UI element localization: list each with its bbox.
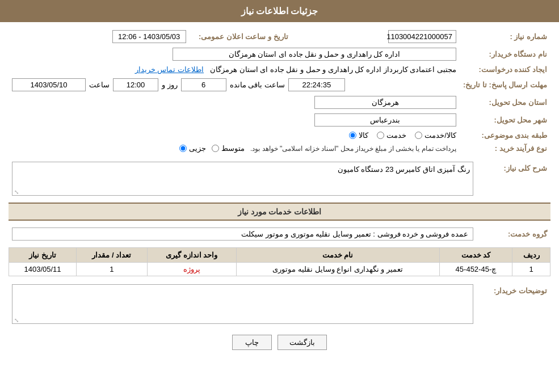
creator-value: مجتبی اعتمادی کاربرداز اداره کل راهداری … — [210, 65, 456, 74]
creator-label: ایجاد کننده درخواست: — [460, 63, 550, 76]
row-description: شرح کلی نیاز: رنگ آمیزی اتاق کامیرس 23 د… — [9, 159, 550, 198]
page-header: جزئیات اطلاعات نیاز — [0, 0, 559, 22]
row-buyer-org: نام دستگاه خریدار: اداره کل راهداری و حم… — [9, 45, 550, 63]
table-cell: 1 — [77, 263, 148, 276]
buyer-notes-box[interactable] — [12, 284, 473, 324]
need-number-value: 1103004221000057 — [388, 30, 456, 43]
page-wrapper: جزئیات اطلاعات نیاز شماره نیاز : 1103004… — [0, 0, 559, 392]
row-deadline: مهلت ارسال پاسخ: تا تاریخ: 22:24:35 ساعت… — [9, 76, 550, 94]
buyer-notes-resize-icon: ⤡ — [13, 317, 19, 323]
announcement-date-value: 1403/05/03 - 12:06 — [112, 30, 186, 43]
services-table-head: ردیف کد خدمت نام خدمت واحد اندازه گیری ت… — [9, 248, 550, 263]
description-value-cell: رنگ آمیزی اتاق کامیرس 23 دستگاه کامیون ⤡ — [9, 159, 477, 198]
row-category: طبقه بندی موضوعی: کالا/خدمت خدمت کالا — [9, 129, 550, 142]
services-table-header-row: ردیف کد خدمت نام خدمت واحد اندازه گیری ت… — [9, 248, 550, 263]
description-box[interactable]: رنگ آمیزی اتاق کامیرس 23 دستگاه کامیون — [12, 162, 473, 196]
service-group-label: گروه خدمت: — [477, 225, 550, 243]
province-label: استان محل تحویل: — [460, 94, 550, 111]
category-option-kala-khedmat[interactable]: کالا/خدمت — [415, 131, 456, 140]
buyer-org-label: نام دستگاه خریدار: — [460, 45, 550, 63]
buyer-notes-label: توضیحات خریدار: — [477, 282, 550, 326]
deadline-time: 12:00 — [113, 78, 158, 91]
purchase-type-label: نوع فرآیند خرید : — [460, 142, 550, 155]
category-khedmat-label: خدمت — [386, 131, 406, 140]
deadline-time-label: ساعت — [89, 81, 110, 89]
contact-link[interactable]: اطلاعات تماس خریدار — [135, 65, 204, 74]
category-label: طبقه بندی موضوعی: — [460, 129, 550, 142]
services-section-title: اطلاعات خدمات مورد نیاز — [9, 203, 550, 221]
category-kala-khedmat-label: کالا/خدمت — [424, 131, 456, 140]
row-need-number: شماره نیاز : 1103004221000057 تاریخ و سا… — [9, 28, 550, 45]
purchase-medium-label: متوسط — [221, 144, 245, 153]
deadline-remaining-label: ساعت باقی مانده — [230, 81, 285, 89]
deadline-day-label: روز و — [162, 81, 178, 89]
purchase-option-partial[interactable]: جزیی — [179, 144, 206, 153]
row-province: استان محل تحویل: هرمزگان — [9, 94, 550, 111]
row-buyer-notes: توضیحات خریدار: ⤡ — [9, 282, 550, 326]
description-container: رنگ آمیزی اتاق کامیرس 23 دستگاه کامیون ⤡ — [12, 162, 473, 196]
services-table-body: 1چ-45-452-45تعمیر و نگهداری انواع وسایل … — [9, 263, 550, 276]
category-option-kala[interactable]: کالا — [349, 131, 368, 140]
table-cell: تعمیر و نگهداری انواع وسایل نقلیه موتوری — [236, 263, 439, 276]
purchase-note: پرداخت تمام یا بخشی از مبلغ خریداز محل "… — [250, 145, 456, 153]
col-date: تاریخ نیاز — [9, 248, 77, 263]
category-radio-group: کالا/خدمت خدمت کالا — [12, 131, 456, 140]
announcement-date-label: تاریخ و ساعت اعلان عمومی: — [190, 28, 292, 45]
services-data-table: ردیف کد خدمت نام خدمت واحد اندازه گیری ت… — [9, 247, 550, 276]
need-number-value-cell: 1103004221000057 — [292, 28, 460, 45]
category-option-khedmat[interactable]: خدمت — [377, 131, 406, 140]
need-number-label: شماره نیاز : — [460, 28, 550, 45]
city-value-cell: بندرعباس — [9, 111, 460, 129]
table-cell: پروژه — [147, 263, 236, 276]
deadline-label: مهلت ارسال پاسخ: تا تاریخ: — [460, 76, 550, 94]
category-radio-kala-khedmat[interactable] — [415, 132, 422, 139]
print-button[interactable]: چاپ — [232, 335, 272, 350]
purchase-radio-partial[interactable] — [179, 145, 187, 152]
city-value: بندرعباس — [314, 113, 456, 127]
province-value: هرمزگان — [314, 96, 456, 109]
col-quantity: تعداد / مقدار — [77, 248, 148, 263]
purchase-partial-label: جزیی — [189, 144, 206, 153]
announcement-date-value-cell: 1403/05/03 - 12:06 — [9, 28, 190, 45]
buyer-org-value: اداره کل راهداری و حمل و نقل جاده ای است… — [173, 48, 456, 61]
col-unit: واحد اندازه گیری — [147, 248, 236, 263]
purchase-radio-medium[interactable] — [212, 145, 219, 152]
service-group-value-cell: عمده فروشی و خرده فروشی : تعمیر وسایل نق… — [9, 225, 477, 243]
deadline-days: 6 — [181, 78, 226, 91]
info-table: شماره نیاز : 1103004221000057 تاریخ و سا… — [9, 28, 550, 155]
col-service-name: نام خدمت — [236, 248, 439, 263]
description-label: شرح کلی نیاز: — [477, 159, 550, 198]
table-cell: 1 — [512, 263, 550, 276]
row-service-group: گروه خدمت: عمده فروشی و خرده فروشی : تعم… — [9, 225, 550, 243]
service-group-table: گروه خدمت: عمده فروشی و خرده فروشی : تعم… — [9, 225, 550, 243]
creator-value-cell: مجتبی اعتمادی کاربرداز اداره کل راهداری … — [9, 63, 460, 76]
category-radio-kala[interactable] — [349, 132, 356, 139]
description-table: شرح کلی نیاز: رنگ آمیزی اتاق کامیرس 23 د… — [9, 159, 550, 198]
province-value-cell: هرمزگان — [9, 94, 460, 111]
header-title: جزئیات اطلاعات نیاز — [241, 6, 318, 16]
buyer-notes-container: ⤡ — [12, 284, 473, 324]
category-radio-khedmat[interactable] — [377, 132, 384, 139]
row-purchase-type: نوع فرآیند خرید : پرداخت تمام یا بخشی از… — [9, 142, 550, 155]
category-kala-label: کالا — [359, 131, 368, 140]
city-label: شهر محل تحویل: — [460, 111, 550, 129]
row-city: شهر محل تحویل: بندرعباس — [9, 111, 550, 129]
service-group-value: عمده فروشی و خرده فروشی : تعمیر وسایل نق… — [12, 227, 473, 241]
table-cell: 1403/05/11 — [9, 263, 77, 276]
buyer-notes-value-cell: ⤡ — [9, 282, 477, 326]
category-value-cell: کالا/خدمت خدمت کالا — [9, 129, 460, 142]
col-service-code: کد خدمت — [439, 248, 512, 263]
purchase-option-medium[interactable]: متوسط — [212, 144, 245, 153]
col-row: ردیف — [512, 248, 550, 263]
table-cell: چ-45-452-45 — [439, 263, 512, 276]
description-text: رنگ آمیزی اتاق کامیرس 23 دستگاه کامیون — [338, 165, 470, 174]
button-container: بازگشت چاپ — [9, 335, 550, 350]
table-row: 1چ-45-452-45تعمیر و نگهداری انواع وسایل … — [9, 263, 550, 276]
back-button[interactable]: بازگشت — [278, 335, 327, 350]
resize-handle-icon: ⤡ — [13, 189, 19, 195]
main-content: شماره نیاز : 1103004221000057 تاریخ و سا… — [0, 22, 559, 361]
deadline-value-cell: 22:24:35 ساعت باقی مانده 6 روز و 12:00 س… — [9, 76, 460, 94]
deadline-remaining: 22:24:35 — [288, 78, 345, 91]
buyer-notes-table: توضیحات خریدار: ⤡ — [9, 282, 550, 326]
deadline-date: 1403/05/10 — [12, 78, 86, 91]
